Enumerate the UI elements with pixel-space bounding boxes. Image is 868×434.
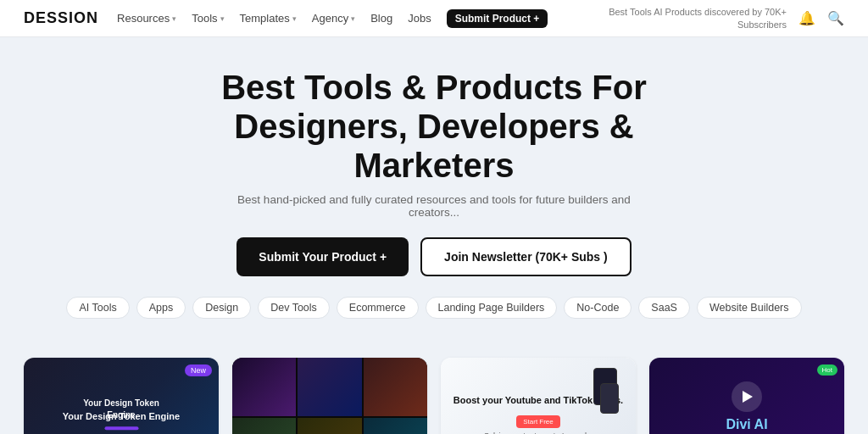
card-thumb-woxo: Boost your Youtube and TikTok views. Sta… bbox=[441, 358, 636, 434]
filter-design[interactable]: Design bbox=[192, 297, 251, 319]
submit-product-button[interactable]: Submit Your Product + bbox=[236, 237, 409, 276]
filter-saas[interactable]: SaaS bbox=[638, 297, 690, 319]
logo[interactable]: DESSION bbox=[24, 9, 98, 27]
search-icon[interactable]: 🔍 bbox=[827, 10, 844, 26]
chevron-down-icon: ▾ bbox=[292, 14, 297, 23]
ideogram-cell-1 bbox=[232, 358, 296, 416]
nav-item-blog[interactable]: Blog bbox=[370, 12, 392, 25]
bell-icon[interactable]: 🔔 bbox=[798, 10, 815, 26]
cards-section: Your Design Token Engine New Specify Spe… bbox=[0, 342, 868, 434]
nav-item-submit[interactable]: Submit Product + bbox=[447, 9, 548, 28]
filter-landing-page-builders[interactable]: Landing Page Builders bbox=[426, 297, 558, 319]
card-ideogram[interactable]: Ideogram AI Ideogram.ai is an AI company… bbox=[232, 358, 427, 434]
divi-play-triangle bbox=[743, 391, 753, 403]
nav-item-templates[interactable]: Templates ▾ bbox=[240, 12, 297, 25]
join-newsletter-button[interactable]: Join Newsletter (70K+ Subs ) bbox=[420, 237, 632, 276]
nav-item-agency[interactable]: Agency ▾ bbox=[312, 12, 355, 25]
ideogram-cell-4 bbox=[232, 418, 296, 434]
cards-grid: Your Design Token Engine New Specify Spe… bbox=[24, 358, 844, 434]
filter-website-builders[interactable]: Website Builders bbox=[697, 297, 802, 319]
nav-item-tools[interactable]: Tools ▾ bbox=[192, 12, 224, 25]
card-thumb-divi: Divi AI Leverage The Incredible Power of… bbox=[649, 358, 844, 434]
ideogram-cell-6 bbox=[364, 418, 427, 434]
filter-dev-tools[interactable]: Dev Tools bbox=[258, 297, 330, 319]
hero-section: Best Tools & Products For Designers, Dev… bbox=[0, 37, 868, 342]
woxo-device-stack bbox=[593, 368, 626, 419]
filter-tags: AI Tools Apps Design Dev Tools Ecommerce… bbox=[17, 297, 851, 322]
card-divi[interactable]: Divi AI Leverage The Incredible Power of… bbox=[649, 358, 844, 434]
specify-thumb-title: Your Design Token Engine bbox=[73, 398, 170, 421]
divi-thumb-title: Divi AI bbox=[726, 417, 767, 432]
ideogram-cell-3 bbox=[364, 358, 427, 416]
nav-right: Best Tools AI Products discovered by 70K… bbox=[600, 6, 844, 31]
card-thumb-ideogram bbox=[232, 358, 427, 434]
hero-subtext: Best hand-picked and fully curated resou… bbox=[231, 193, 637, 219]
nav-item-jobs[interactable]: Jobs bbox=[408, 12, 431, 25]
woxo-device-2 bbox=[600, 383, 619, 414]
hero-heading: Best Tools & Products For Designers, Dev… bbox=[197, 68, 671, 185]
card-thumb-specify: Your Design Token Engine New bbox=[24, 358, 219, 434]
ideogram-cell-5 bbox=[298, 418, 361, 434]
navbar: DESSION Resources ▾ Tools ▾ Templates ▾ … bbox=[0, 0, 868, 37]
specify-badge: New bbox=[185, 364, 212, 376]
divi-badge: Hot bbox=[817, 364, 837, 376]
filter-ai-tools[interactable]: AI Tools bbox=[66, 297, 129, 319]
nav-item-resources[interactable]: Resources ▾ bbox=[117, 12, 176, 25]
card-woxo[interactable]: Boost your Youtube and TikTok views. Sta… bbox=[441, 358, 636, 434]
chevron-down-icon: ▾ bbox=[220, 14, 225, 23]
chevron-down-icon: ▾ bbox=[351, 14, 355, 23]
filter-ecommerce[interactable]: Ecommerce bbox=[337, 297, 419, 319]
filter-no-code[interactable]: No-Code bbox=[564, 297, 632, 319]
specify-thumb-bar bbox=[104, 426, 138, 430]
nav-tagline: Best Tools AI Products discovered by 70K… bbox=[600, 6, 787, 31]
hero-buttons: Submit Your Product + Join Newsletter (7… bbox=[17, 237, 851, 276]
divi-play-icon bbox=[732, 381, 762, 412]
nav-left: DESSION Resources ▾ Tools ▾ Templates ▾ … bbox=[24, 9, 548, 28]
filter-apps[interactable]: Apps bbox=[136, 297, 186, 319]
woxo-start-free-button[interactable]: Start Free bbox=[516, 415, 560, 428]
ideogram-cell-2 bbox=[298, 358, 361, 416]
chevron-down-icon: ▾ bbox=[172, 14, 176, 23]
card-specify[interactable]: Your Design Token Engine New Specify Spe… bbox=[24, 358, 219, 434]
nav-links: Resources ▾ Tools ▾ Templates ▾ Agency ▾… bbox=[117, 9, 548, 28]
